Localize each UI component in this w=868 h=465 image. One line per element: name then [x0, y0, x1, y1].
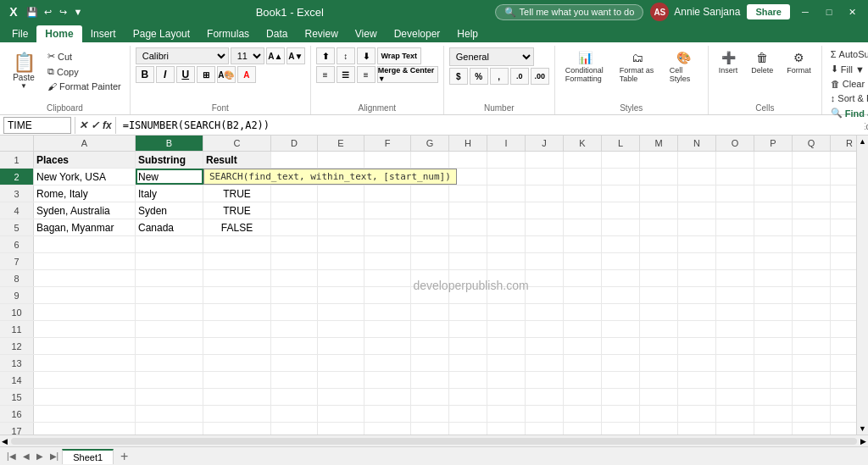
cell-A6[interactable] — [34, 236, 136, 252]
cell-N11[interactable] — [678, 321, 716, 337]
tab-file[interactable]: File — [3, 25, 36, 42]
redo-quick-btn[interactable]: ↪ — [56, 5, 70, 19]
cell-M7[interactable] — [640, 253, 678, 269]
cell-K14[interactable] — [564, 372, 602, 388]
cell-G14[interactable] — [411, 372, 449, 388]
cell-P11[interactable] — [754, 321, 793, 337]
align-bottom-btn[interactable]: ⬇ — [357, 47, 376, 64]
cell-B15[interactable] — [136, 389, 203, 405]
cell-R13[interactable] — [831, 355, 856, 371]
cell-E2[interactable] — [318, 169, 364, 185]
cell-Q4[interactable] — [793, 202, 831, 219]
cell-E3[interactable] — [318, 185, 364, 202]
vertical-scrollbar[interactable]: ▲ ▼ — [856, 136, 868, 435]
cell-styles-btn[interactable]: 🎨 Cell Styles — [665, 47, 703, 86]
conditional-formatting-btn[interactable]: 📊 Conditional Formatting — [560, 47, 611, 86]
undo-quick-btn[interactable]: ↩ — [41, 5, 54, 19]
cell-K10[interactable] — [564, 304, 602, 320]
cell-D10[interactable] — [271, 304, 318, 320]
cell-O5[interactable] — [716, 219, 754, 235]
row-number-10[interactable]: 10 — [0, 304, 34, 320]
cell-B13[interactable] — [136, 355, 203, 371]
cell-J1[interactable] — [526, 152, 564, 168]
cell-L14[interactable] — [602, 372, 640, 388]
cell-C14[interactable] — [203, 372, 271, 388]
cell-I11[interactable] — [487, 321, 526, 337]
row-number-12[interactable]: 12 — [0, 338, 34, 354]
col-header-e[interactable]: E — [318, 136, 364, 151]
cell-J13[interactable] — [526, 355, 564, 371]
cut-button[interactable]: ✂ Cut — [44, 49, 125, 64]
cell-J11[interactable] — [526, 321, 564, 337]
cell-L3[interactable] — [602, 185, 640, 202]
autosum-btn[interactable]: Σ AutoSum ▼ — [827, 47, 868, 61]
cell-R8[interactable] — [831, 270, 856, 286]
row-number-6[interactable]: 6 — [0, 236, 34, 252]
wrap-text-btn[interactable]: Wrap Text — [377, 47, 421, 64]
cell-G7[interactable] — [411, 253, 449, 269]
cell-I10[interactable] — [487, 304, 526, 320]
cell-P6[interactable] — [754, 236, 793, 252]
cell-J16[interactable] — [526, 406, 564, 422]
cell-E11[interactable] — [318, 321, 364, 337]
comma-btn[interactable]: , — [490, 68, 509, 85]
add-sheet-btn[interactable]: + — [115, 449, 133, 464]
cell-A12[interactable] — [34, 338, 136, 354]
cell-N14[interactable] — [678, 372, 716, 388]
cell-G3[interactable] — [411, 185, 449, 202]
cell-M6[interactable] — [640, 236, 678, 252]
cell-B17[interactable] — [136, 423, 203, 435]
cell-E15[interactable] — [318, 389, 364, 405]
cell-P4[interactable] — [754, 202, 793, 219]
cell-L9[interactable] — [602, 287, 640, 303]
col-header-g[interactable]: G — [411, 136, 449, 151]
cell-E6[interactable] — [318, 236, 364, 252]
cell-G13[interactable] — [411, 355, 449, 371]
cell-C5[interactable]: FALSE — [203, 219, 271, 235]
cell-F15[interactable] — [364, 389, 411, 405]
cell-F12[interactable] — [364, 338, 411, 354]
cell-G9[interactable] — [411, 287, 449, 303]
tab-page-layout[interactable]: Page Layout — [125, 25, 198, 42]
cell-I12[interactable] — [487, 338, 526, 354]
cell-C3[interactable]: TRUE — [203, 185, 271, 202]
format-as-table-btn[interactable]: 🗂 Format as Table — [615, 47, 661, 86]
cell-B16[interactable] — [136, 406, 203, 422]
cell-E10[interactable] — [318, 304, 364, 320]
cell-D6[interactable] — [271, 236, 318, 252]
cell-C6[interactable] — [203, 236, 271, 252]
cell-B4[interactable]: Syden — [136, 202, 203, 219]
row-number-3[interactable]: 3 — [0, 185, 34, 202]
cell-P3[interactable] — [754, 185, 793, 202]
cell-C10[interactable] — [203, 304, 271, 320]
cell-H17[interactable] — [449, 423, 487, 435]
cell-O7[interactable] — [716, 253, 754, 269]
cell-D11[interactable] — [271, 321, 318, 337]
cell-F13[interactable] — [364, 355, 411, 371]
cell-A7[interactable] — [34, 253, 136, 269]
cell-C13[interactable] — [203, 355, 271, 371]
cell-B12[interactable] — [136, 338, 203, 354]
cell-O8[interactable] — [716, 270, 754, 286]
cell-Q11[interactable] — [793, 321, 831, 337]
cell-M11[interactable] — [640, 321, 678, 337]
col-header-p[interactable]: P — [754, 136, 793, 151]
cell-K13[interactable] — [564, 355, 602, 371]
format-painter-button[interactable]: 🖌 Format Painter — [44, 80, 125, 93]
cell-P9[interactable] — [754, 287, 793, 303]
cell-G2[interactable] — [411, 169, 449, 185]
insert-function-btn[interactable]: fx — [103, 119, 112, 131]
cell-P5[interactable] — [754, 219, 793, 235]
cell-F16[interactable] — [364, 406, 411, 422]
cell-L6[interactable] — [602, 236, 640, 252]
cell-J4[interactable] — [526, 202, 564, 219]
cell-L15[interactable] — [602, 389, 640, 405]
cell-N12[interactable] — [678, 338, 716, 354]
clear-btn[interactable]: 🗑 Clear ▼ — [827, 77, 868, 91]
cell-Q5[interactable] — [793, 219, 831, 235]
cell-O12[interactable] — [716, 338, 754, 354]
cell-O1[interactable] — [716, 152, 754, 168]
cell-Q3[interactable] — [793, 185, 831, 202]
col-header-j[interactable]: J — [526, 136, 564, 151]
cell-C12[interactable] — [203, 338, 271, 354]
